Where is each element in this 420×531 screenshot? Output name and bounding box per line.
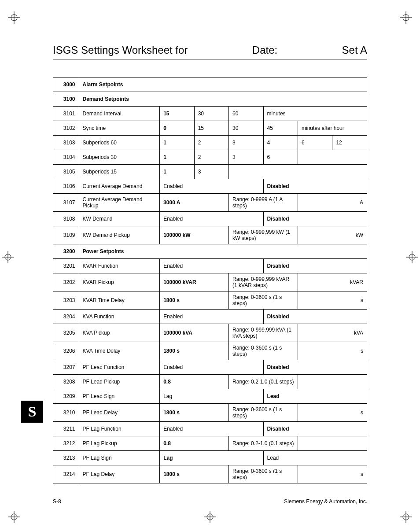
- table-row: 3204KVA FunctionEnabledDisabled: [53, 310, 367, 324]
- value-cell: Disabled: [263, 310, 367, 324]
- row-id: 3101: [53, 107, 79, 121]
- row-id: 3209: [53, 389, 79, 404]
- value-cell: minutes after hour: [298, 121, 367, 136]
- value-cell: Disabled: [263, 179, 367, 194]
- row-name: PF Lag Delay: [79, 465, 160, 483]
- value-cell: Range: 0-3600 s (1 s steps): [229, 342, 298, 360]
- section-id: 3100: [53, 92, 79, 107]
- row-id: 3109: [53, 226, 79, 244]
- value-cell: 1800 s: [160, 342, 229, 360]
- table-row: 3205KVA Pickup100000 kVARange: 0-999,999…: [53, 324, 367, 342]
- value-cell: 4: [263, 136, 298, 150]
- row-id: 3103: [53, 136, 79, 150]
- row-id: 3212: [53, 436, 79, 451]
- table-row: 3202KVAR Pickup100000 kVARRange: 0-999,9…: [53, 273, 367, 291]
- value-cell: 1: [160, 136, 194, 150]
- value-cell: Range: 0.2-1.0 (0.1 steps): [229, 375, 298, 389]
- section-header-row: 3100Demand Setpoints: [53, 92, 367, 107]
- value-cell: Range: 0.2-1.0 (0.1 steps): [229, 436, 298, 451]
- page: S ISGS Settings Worksheet for Date: Set …: [0, 0, 420, 531]
- value-cell: 3: [229, 150, 263, 165]
- page-footer: S-8 Siemens Energy & Automation, Inc.: [53, 498, 367, 505]
- value-cell: Enabled: [160, 310, 263, 324]
- value-cell: s: [298, 291, 367, 310]
- value-cell: 1800 s: [160, 404, 229, 422]
- row-name: KVA Pickup: [79, 324, 160, 342]
- table-row: 3103Subperiods 601234612: [53, 136, 367, 150]
- value-cell: 6: [263, 150, 298, 165]
- table-row: 3109KW Demand Pickup100000 kWRange: 0-99…: [53, 226, 367, 244]
- value-cell: 0.8: [160, 375, 229, 389]
- table-row: 3213PF Lag SignLagLead: [53, 451, 367, 465]
- value-cell: Lag: [160, 451, 263, 465]
- value-cell: Lead: [263, 451, 367, 465]
- row-name: KW Demand: [79, 212, 160, 226]
- row-id: 3206: [53, 342, 79, 360]
- row-id: 3213: [53, 451, 79, 465]
- row-name: KVAR Function: [79, 259, 160, 273]
- company-name: Siemens Energy & Automation, Inc.: [284, 498, 367, 505]
- value-cell: 15: [194, 121, 228, 136]
- row-name: Subperiods 30: [79, 150, 160, 165]
- row-name: KVA Time Delay: [79, 342, 160, 360]
- row-name: PF Lead Sign: [79, 389, 160, 404]
- value-cell: A: [298, 194, 367, 212]
- value-cell: kVAR: [298, 273, 367, 291]
- value-cell: 0.8: [160, 436, 229, 451]
- section-id: 3200: [53, 244, 79, 259]
- value-cell: 1800 s: [160, 465, 229, 483]
- table-row: 3206KVA Time Delay1800 sRange: 0-3600 s …: [53, 342, 367, 360]
- table-row: 3214PF Lag Delay1800 sRange: 0-3600 s (1…: [53, 465, 367, 483]
- row-id: 3107: [53, 194, 79, 212]
- value-cell: [298, 150, 367, 165]
- section-header-row: 3000Alarm Setpoints: [53, 77, 367, 92]
- value-cell: s: [298, 465, 367, 483]
- value-cell: Lag: [160, 389, 263, 404]
- value-cell: Enabled: [160, 422, 263, 436]
- section-header-row: 3200Power Setpoints: [53, 244, 367, 259]
- crop-mark-icon: [406, 251, 418, 263]
- value-cell: kVA: [298, 324, 367, 342]
- table-row: 3203KVAR Time Delay1800 sRange: 0-3600 s…: [53, 291, 367, 310]
- value-cell: Range: 0-3600 s (1 s steps): [229, 465, 298, 483]
- row-id: 3201: [53, 259, 79, 273]
- row-id: 3203: [53, 291, 79, 310]
- value-cell: [298, 375, 367, 389]
- value-cell: Enabled: [160, 360, 263, 375]
- row-name: Demand Interval: [79, 107, 160, 121]
- value-cell: 1: [160, 150, 194, 165]
- value-cell: 100000 kVAR: [160, 273, 229, 291]
- value-cell: Range: 0-999,999 kVAR (1 kVAR steps): [229, 273, 298, 291]
- set-label: Set A: [342, 44, 367, 56]
- row-id: 3108: [53, 212, 79, 226]
- value-cell: 0: [160, 121, 194, 136]
- row-id: 3214: [53, 465, 79, 483]
- value-cell: 100000 kW: [160, 226, 229, 244]
- table-row: 3212PF Lag Pickup0.8Range: 0.2-1.0 (0.1 …: [53, 436, 367, 451]
- row-name: KVA Function: [79, 310, 160, 324]
- crop-mark-icon: [400, 511, 412, 523]
- value-cell: 100000 kVA: [160, 324, 229, 342]
- row-id: 3204: [53, 310, 79, 324]
- value-cell: 3: [229, 136, 263, 150]
- value-cell: 30: [229, 121, 263, 136]
- row-name: KVAR Time Delay: [79, 291, 160, 310]
- value-cell: Range: 0-3600 s (1 s steps): [229, 404, 298, 422]
- value-cell: Disabled: [263, 259, 367, 273]
- table-row: 3210PF Lead Delay1800 sRange: 0-3600 s (…: [53, 404, 367, 422]
- crop-mark-icon: [2, 251, 14, 263]
- section-tab: S: [21, 401, 43, 423]
- row-name: PF Lead Function: [79, 360, 160, 375]
- value-cell: Enabled: [160, 179, 263, 194]
- value-cell: 45: [263, 121, 298, 136]
- value-cell: Range: 0-999,999 kW (1 kW steps): [229, 226, 298, 244]
- table-row: 3106Current Average DemandEnabledDisable…: [53, 179, 367, 194]
- worksheet-title: ISGS Settings Worksheet for: [53, 44, 188, 56]
- value-cell: [298, 436, 367, 451]
- value-cell: 3000 A: [160, 194, 229, 212]
- value-cell: 30: [194, 107, 228, 121]
- row-id: 3106: [53, 179, 79, 194]
- row-name: PF Lead Delay: [79, 404, 160, 422]
- value-cell: [229, 165, 367, 179]
- row-name: PF Lead Pickup: [79, 375, 160, 389]
